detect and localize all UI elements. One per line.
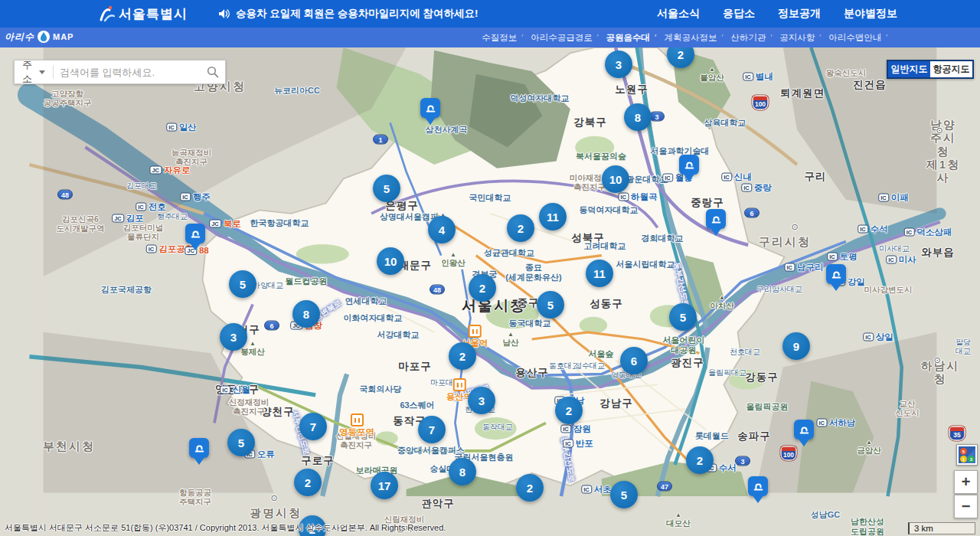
fountain-pin-marker[interactable] [185,224,205,243]
map-canvas[interactable]: 서울시청고양시청구리시청하남시청부천시청광명시청남양주시청 제1청사은평구강북구… [0,47,980,536]
cluster-marker[interactable]: 17 [371,472,398,499]
sub-nav-item[interactable]: 아리수공급경로 [528,32,600,44]
fountain-pin-marker[interactable] [748,476,768,496]
overview-dot: 3 [968,456,975,462]
cluster-marker[interactable]: 5 [373,175,400,202]
search-icon[interactable] [201,66,225,78]
cluster-marker[interactable]: 2 [686,446,714,474]
mini-map-icon: 513 [959,446,975,463]
sub-nav-item[interactable]: 공원음수대 [604,32,659,44]
map-type-normal[interactable]: 일반지도 [888,61,930,77]
zoom-out-button[interactable]: − [954,495,978,518]
fountain-icon [710,214,723,225]
cluster-overview-control[interactable]: 513 [956,444,978,466]
cluster-marker[interactable]: 3 [220,323,247,351]
sub-nav-item[interactable]: 수질정보 [479,32,525,44]
cluster-marker[interactable]: 3 [468,387,495,414]
fountain-pin-marker[interactable] [826,264,846,284]
seoul-logo-icon [98,5,115,23]
cluster-marker[interactable]: 6 [620,347,648,374]
cluster-marker[interactable]: 2 [507,214,534,242]
fountain-icon [193,443,206,454]
map-type-aerial[interactable]: 항공지도 [930,61,972,77]
search-input[interactable] [54,67,201,78]
cluster-marker[interactable]: 5 [669,303,697,331]
search-category-label: 주소 [22,58,34,86]
overview-dot: 5 [960,448,967,455]
overview-dot: 1 [960,456,967,462]
seoul-logo-text: 서울특별시 [119,5,188,23]
cluster-marker[interactable]: 8 [624,103,652,131]
cluster-marker[interactable]: 5 [229,270,256,298]
seoul-logo[interactable]: 서울특별시 [98,5,188,23]
cluster-marker[interactable]: 10 [377,247,404,275]
map-type-toggle: 일반지도 항공지도 [887,60,974,79]
water-drop-icon [37,30,51,44]
sub-nav: 수질정보아리수공급경로공원음수대계획공사정보산하기관공지사항아리수맵안내 [479,32,890,44]
sub-nav-item[interactable]: 계획공사정보 [662,32,726,44]
cluster-marker[interactable]: 8 [292,300,320,328]
sub-nav-item[interactable]: 아리수맵안내 [826,32,890,44]
sub-nav-item[interactable]: 산하기관 [728,32,774,44]
cluster-marker[interactable]: 4 [428,216,456,243]
fountain-icon [424,103,437,114]
cluster-marker[interactable]: 11 [586,260,613,287]
arisu-subheader: 아리수 MAP 수질정보아리수공급경로공원음수대계획공사정보산하기관공지사항아리… [0,28,980,47]
main-nav: 서울소식응답소정보공개분야별정보 [657,7,897,21]
cluster-marker[interactable]: 9 [782,332,810,360]
announcement: 승용차 요일제 회원은 승용차마일리지에 참여하세요! [218,7,479,21]
cluster-marker[interactable]: 10 [602,165,629,193]
nav-item[interactable]: 분야별정보 [844,7,897,21]
map-markers: 328105112410115258539263277528217252 [0,47,980,536]
sub-nav-item[interactable]: 공지사항 [777,32,823,44]
fountain-pin-marker[interactable] [420,98,440,118]
cluster-marker[interactable]: 2 [294,469,322,496]
arisu-logo[interactable]: 아리수 MAP [5,30,74,44]
search-box: 주소 [14,60,226,84]
arisu-logo-text: 아리수 [5,31,34,44]
cluster-marker[interactable]: 2 [555,397,583,424]
fountain-icon [830,269,843,280]
cluster-marker[interactable]: 7 [299,413,327,440]
cluster-marker[interactable]: 3 [605,51,632,78]
zoom-in-button[interactable]: + [954,470,978,494]
nav-item[interactable]: 정보공개 [778,7,821,21]
fountain-icon [683,159,696,171]
cluster-marker[interactable]: 5 [610,481,638,508]
cluster-marker[interactable]: 2 [449,342,476,370]
cluster-marker[interactable]: 5 [227,429,255,456]
scale-indicator: 3 km [908,522,975,534]
fountain-icon [752,481,765,492]
cluster-marker[interactable]: 7 [418,416,446,443]
fountain-icon [189,228,202,240]
fountain-icon [798,424,811,436]
cluster-marker[interactable]: 2 [667,47,694,68]
cluster-marker[interactable]: 2 [469,274,496,302]
nav-item[interactable]: 응답소 [723,7,755,21]
fountain-pin-marker[interactable] [679,155,699,175]
cluster-marker[interactable]: 11 [539,203,567,230]
top-header: 서울특별시 승용차 요일제 회원은 승용차마일리지에 참여하세요! 서울소식응답… [0,0,980,28]
nav-item[interactable]: 서울소식 [657,7,700,21]
search-category-dropdown[interactable]: 주소 [15,58,53,86]
arisu-map-text: MAP [53,32,74,41]
chevron-down-icon [39,70,45,77]
copyright-text: 서울특별시 서대문구 서소문로 51(합동) (우)03741 / Copyri… [5,522,446,534]
fountain-pin-marker[interactable] [706,209,726,229]
cluster-marker[interactable]: 8 [449,458,476,485]
fountain-pin-marker[interactable] [189,438,209,458]
fountain-pin-marker[interactable] [794,420,814,440]
speaker-icon [218,8,230,19]
announcement-text: 승용차 요일제 회원은 승용차마일리지에 참여하세요! [236,7,479,21]
cluster-marker[interactable]: 2 [516,474,544,502]
cluster-marker[interactable]: 5 [537,291,564,319]
